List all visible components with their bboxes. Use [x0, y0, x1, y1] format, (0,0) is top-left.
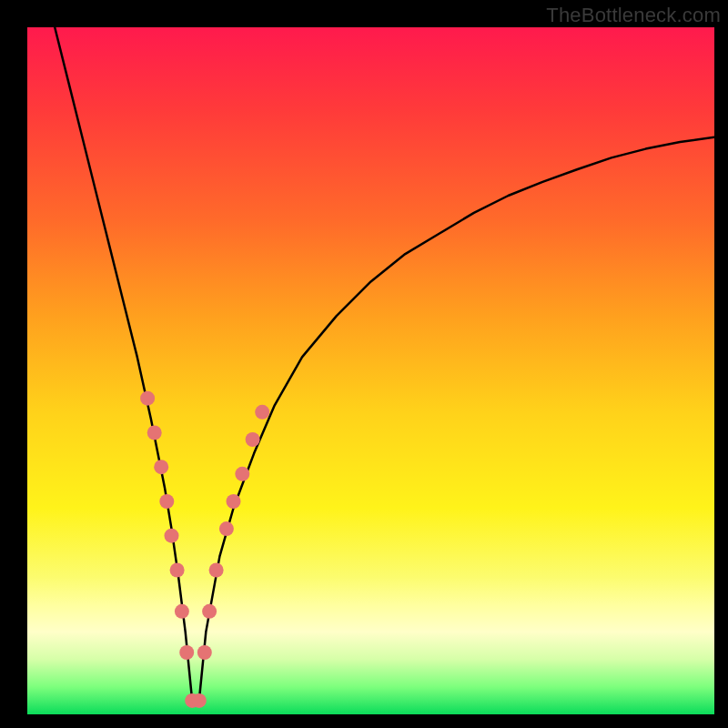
sample-dot [140, 391, 155, 406]
sample-dot [219, 521, 234, 536]
chart-overlay [27, 27, 714, 714]
sample-dot [147, 426, 162, 440]
sample-dot [165, 529, 179, 543]
sample-dot [202, 604, 217, 619]
sample-dot [154, 460, 168, 474]
chart-stage: TheBottleneck.com [0, 0, 728, 728]
sample-dot [175, 604, 189, 619]
sample-dot [159, 494, 174, 509]
sample-dot [227, 494, 241, 509]
sample-dot [235, 467, 249, 481]
watermark-text: TheBottleneck.com [546, 4, 721, 27]
sample-dot [179, 645, 194, 660]
sample-dot [255, 405, 269, 420]
sample-dot [170, 563, 185, 578]
plot-area [27, 27, 714, 714]
sample-dot [209, 563, 224, 578]
bottleneck-curve [55, 27, 714, 701]
sample-dot [246, 432, 260, 447]
sample-dot [197, 645, 212, 660]
sample-dot [192, 693, 207, 708]
